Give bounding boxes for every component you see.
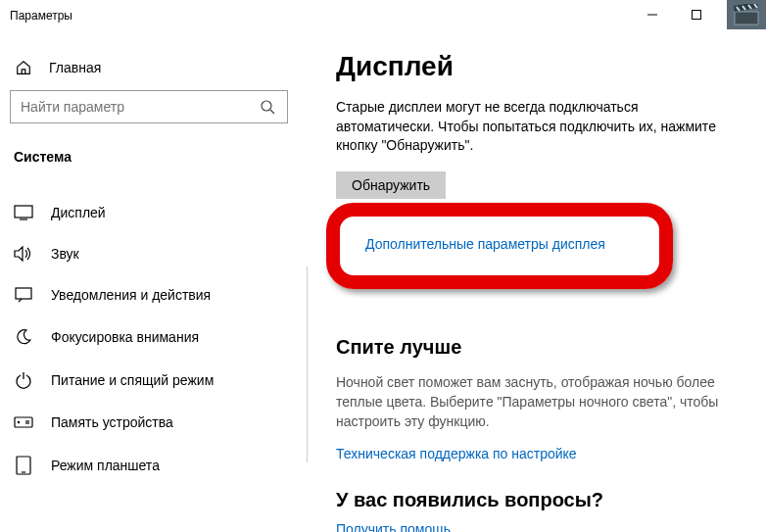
home-icon — [14, 59, 33, 76]
sound-icon — [14, 246, 33, 262]
maximize-button[interactable] — [674, 0, 718, 29]
tablet-icon — [14, 456, 33, 475]
storage-icon — [14, 415, 33, 429]
sidebar-item-storage[interactable]: Память устройства — [10, 402, 295, 443]
main-content: Дисплей Старые дисплеи могут не всегда п… — [307, 31, 766, 532]
svg-line-11 — [270, 110, 274, 114]
sidebar-item-label: Фокусировка внимания — [51, 329, 199, 345]
link-tech-support[interactable]: Техническая поддержка по настройке — [336, 446, 577, 461]
link-graphics-settings[interactable]: Настройки графики — [365, 273, 490, 289]
home-button[interactable]: Главная — [10, 51, 295, 90]
sidebar-item-label: Дисплей — [51, 205, 106, 220]
svg-marker-14 — [15, 247, 23, 261]
moon-icon — [14, 328, 33, 346]
sidebar-item-tablet[interactable]: Режим планшета — [10, 443, 295, 488]
sidebar-item-label: Режим планшета — [51, 458, 160, 473]
sidebar-item-label: Звук — [51, 246, 79, 262]
clapperboard-icon — [727, 0, 766, 29]
highlight-group: Дополнительные параметры дисплея Настрой… — [336, 207, 737, 309]
title-bar: Параметры — [0, 0, 766, 31]
sidebar-item-focus[interactable]: Фокусировка внимания — [10, 315, 295, 359]
sidebar-item-sound[interactable]: Звук — [10, 233, 295, 274]
sidebar-item-power[interactable]: Питание и спящий режим — [10, 359, 295, 402]
svg-point-10 — [262, 101, 271, 111]
section-title: Система — [10, 145, 295, 174]
svg-rect-21 — [17, 457, 30, 474]
sidebar-item-label: Уведомления и действия — [51, 287, 211, 303]
divider — [307, 266, 308, 462]
search-input[interactable] — [10, 90, 288, 123]
detect-description: Старые дисплеи могут не всегда подключат… — [336, 98, 737, 156]
page-title: Дисплей — [336, 51, 737, 82]
minimize-button[interactable] — [630, 0, 674, 29]
display-icon — [14, 205, 33, 220]
search-box[interactable] — [10, 90, 295, 123]
link-get-help[interactable]: Получить помощь — [336, 521, 451, 532]
nav-list: Дисплей Звук — [10, 192, 295, 488]
link-advanced-display[interactable]: Дополнительные параметры дисплея — [365, 236, 605, 252]
sidebar-item-notifications[interactable]: Уведомления и действия — [10, 274, 295, 315]
sidebar-item-display[interactable]: Дисплей — [10, 192, 295, 233]
notifications-icon — [14, 287, 33, 303]
search-icon[interactable] — [260, 99, 275, 115]
sidebar: Главная Система Дисплей — [0, 31, 307, 532]
sleep-better-desc: Ночной свет поможет вам заснуть, отображ… — [336, 372, 737, 432]
sleep-better-title: Спите лучше — [336, 336, 737, 359]
window-title: Параметры — [10, 9, 72, 23]
sidebar-item-label: Питание и спящий режим — [51, 372, 214, 388]
svg-rect-15 — [16, 288, 31, 299]
svg-rect-12 — [15, 206, 32, 218]
questions-title: У вас появились вопросы? — [336, 489, 737, 511]
svg-rect-1 — [692, 11, 700, 20]
home-label: Главная — [49, 60, 101, 75]
svg-point-18 — [18, 421, 19, 422]
sidebar-item-label: Память устройства — [51, 414, 173, 430]
svg-rect-4 — [735, 12, 758, 24]
detect-button[interactable]: Обнаружить — [336, 171, 446, 199]
power-icon — [14, 371, 33, 389]
